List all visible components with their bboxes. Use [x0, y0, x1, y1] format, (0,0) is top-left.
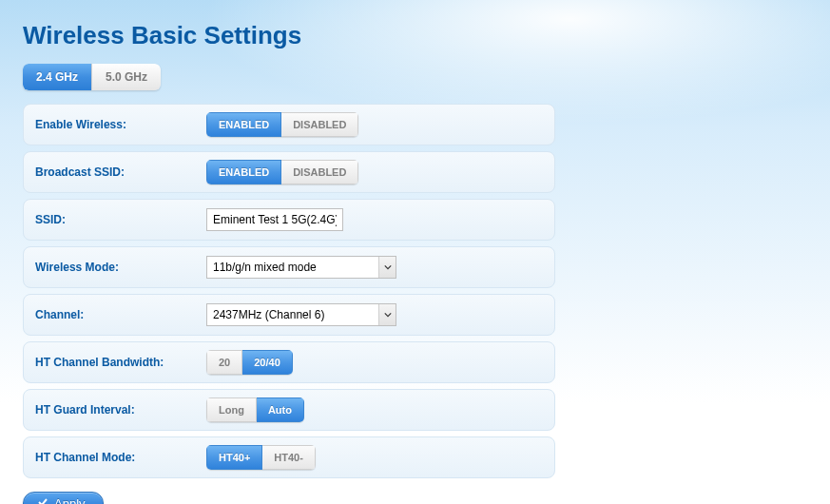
band-tabbar: 2.4 GHz 5.0 GHz — [23, 64, 161, 90]
enable-wireless-enabled-button[interactable]: ENABLED — [206, 112, 281, 137]
row-enable-wireless: Enable Wireless: ENABLED DISABLED — [23, 104, 555, 145]
settings-list: Enable Wireless: ENABLED DISABLED Broadc… — [23, 104, 555, 478]
label-ssid: SSID: — [35, 213, 206, 226]
channel-value: 2437MHz (Channel 6) — [207, 308, 378, 321]
ht-mode-minus-button[interactable]: HT40- — [262, 445, 316, 470]
tab-5-0ghz[interactable]: 5.0 GHz — [91, 64, 161, 90]
label-ht-guard: HT Guard Interval: — [35, 403, 206, 417]
broadcast-ssid-disabled-button[interactable]: DISABLED — [281, 160, 358, 184]
ht-bandwidth-2040-button[interactable]: 20/40 — [242, 350, 293, 375]
row-ht-mode: HT Channel Mode: HT40+ HT40- — [23, 436, 555, 478]
toggle-ht-bandwidth: 20 20/40 — [206, 350, 293, 375]
wireless-mode-select[interactable]: 11b/g/n mixed mode — [206, 256, 396, 279]
label-channel: Channel: — [35, 308, 206, 321]
ht-guard-long-button[interactable]: Long — [206, 397, 257, 422]
apply-button[interactable]: Apply — [23, 492, 104, 504]
ht-mode-plus-button[interactable]: HT40+ — [206, 445, 262, 470]
row-wireless-mode: Wireless Mode: 11b/g/n mixed mode — [23, 246, 555, 288]
enable-wireless-disabled-button[interactable]: DISABLED — [281, 112, 358, 137]
ssid-input[interactable] — [206, 208, 343, 231]
label-enable-wireless: Enable Wireless: — [35, 118, 206, 131]
check-icon — [37, 496, 48, 504]
label-broadcast-ssid: Broadcast SSID: — [35, 165, 206, 179]
channel-select[interactable]: 2437MHz (Channel 6) — [206, 303, 396, 326]
toggle-ht-guard: Long Auto — [206, 397, 304, 422]
apply-button-label: Apply — [54, 496, 86, 504]
page-title: Wireless Basic Settings — [0, 0, 830, 64]
tab-2-4ghz[interactable]: 2.4 GHz — [23, 64, 91, 90]
toggle-broadcast-ssid: ENABLED DISABLED — [206, 160, 358, 184]
label-ht-mode: HT Channel Mode: — [35, 451, 206, 464]
broadcast-ssid-enabled-button[interactable]: ENABLED — [206, 160, 281, 184]
ht-bandwidth-20-button[interactable]: 20 — [206, 350, 242, 375]
ht-guard-auto-button[interactable]: Auto — [257, 397, 304, 422]
row-ssid: SSID: — [23, 199, 555, 241]
row-ht-guard: HT Guard Interval: Long Auto — [23, 389, 555, 431]
label-ht-bandwidth: HT Channel Bandwidth: — [35, 356, 206, 369]
wireless-mode-value: 11b/g/n mixed mode — [207, 261, 378, 274]
row-broadcast-ssid: Broadcast SSID: ENABLED DISABLED — [23, 151, 555, 193]
row-ht-bandwidth: HT Channel Bandwidth: 20 20/40 — [23, 341, 555, 383]
toggle-ht-mode: HT40+ HT40- — [206, 445, 316, 470]
chevron-down-icon — [378, 257, 396, 278]
chevron-down-icon — [378, 304, 396, 325]
row-channel: Channel: 2437MHz (Channel 6) — [23, 294, 555, 336]
label-wireless-mode: Wireless Mode: — [35, 261, 206, 274]
toggle-enable-wireless: ENABLED DISABLED — [206, 112, 358, 137]
